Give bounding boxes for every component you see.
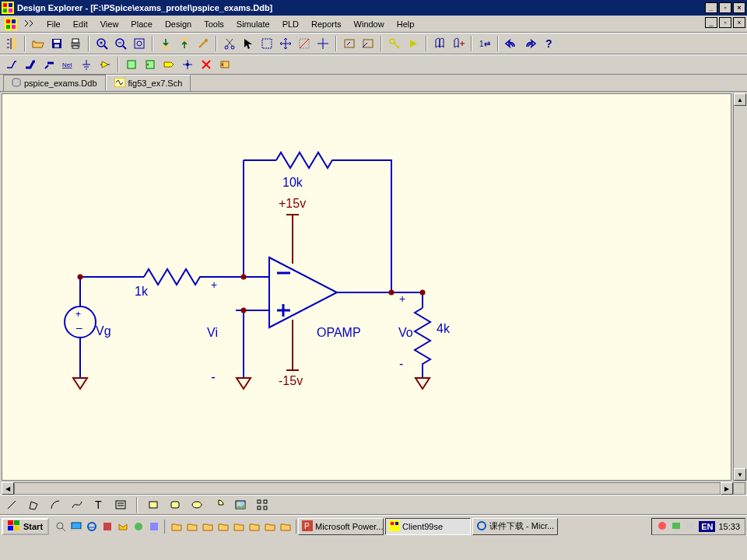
zoom-in-icon[interactable]	[93, 35, 110, 52]
zoom-out-icon[interactable]	[112, 35, 129, 52]
draw-image-icon[interactable]	[232, 496, 249, 513]
draw-ellipse-icon[interactable]	[188, 496, 205, 513]
menu-file[interactable]: File	[40, 18, 67, 30]
redo-icon[interactable]	[521, 35, 538, 52]
tree-icon[interactable]	[3, 35, 20, 52]
browse-lib-icon[interactable]	[431, 35, 448, 52]
select-arrow-icon[interactable]	[240, 35, 257, 52]
open-icon[interactable]	[30, 35, 47, 52]
mdi-maximize-button[interactable]: ▫	[719, 17, 731, 28]
place-sheet-entry-icon[interactable]	[142, 56, 159, 73]
start-button[interactable]: Start	[2, 518, 49, 535]
tray-lang[interactable]: EN	[699, 521, 715, 532]
scroll-right-button[interactable]: ▶	[721, 482, 733, 495]
menu-pld[interactable]: PLD	[276, 18, 305, 30]
ql-ie-icon[interactable]	[85, 520, 99, 534]
ql-app3-icon[interactable]	[147, 520, 161, 534]
ql-folder3-icon[interactable]	[201, 520, 215, 534]
key-icon[interactable]	[386, 35, 403, 52]
hierarchy-up-icon[interactable]	[176, 35, 193, 52]
move-icon[interactable]	[277, 35, 294, 52]
ql-folder4-icon[interactable]	[216, 520, 230, 534]
ql-folder2-icon[interactable]	[185, 520, 199, 534]
minimize-button[interactable]: _	[705, 2, 717, 13]
draw-arc-icon[interactable]	[47, 496, 64, 513]
select-inside-icon[interactable]	[341, 35, 358, 52]
ql-folder7-icon[interactable]	[263, 520, 277, 534]
scroll-up-button[interactable]: ▲	[734, 93, 746, 106]
menu-place[interactable]: Place	[124, 18, 159, 30]
place-bus-icon[interactable]	[22, 56, 39, 73]
close-button[interactable]: ×	[733, 2, 745, 13]
ql-desktop-icon[interactable]	[69, 520, 83, 534]
hierarchy-down-icon[interactable]	[157, 35, 174, 52]
crosshair-icon[interactable]	[314, 35, 331, 52]
menu-view[interactable]: View	[94, 18, 125, 30]
place-part-icon[interactable]	[96, 56, 114, 73]
vertical-scrollbar[interactable]: ▲ ▼	[733, 93, 745, 481]
maximize-button[interactable]: ▫	[719, 2, 731, 13]
mdi-minimize-button[interactable]: _	[705, 17, 717, 28]
scroll-left-button[interactable]: ◀	[2, 482, 14, 495]
ql-folder6-icon[interactable]	[247, 520, 261, 534]
menu-help[interactable]: Help	[391, 18, 421, 30]
place-gnd-icon[interactable]	[78, 56, 95, 73]
draw-array-icon[interactable]	[254, 496, 271, 513]
select-touching-icon[interactable]	[359, 35, 377, 52]
simulate-icon[interactable]	[405, 35, 422, 52]
ql-folder8-icon[interactable]	[279, 520, 293, 534]
marquee-icon[interactable]	[258, 35, 275, 52]
ql-folder1-icon[interactable]	[170, 520, 184, 534]
task-client99se[interactable]: Client99se	[385, 518, 471, 535]
deselect-icon[interactable]	[296, 35, 313, 52]
tray-icon-2[interactable]	[671, 520, 682, 533]
tray-icon-3[interactable]	[685, 520, 696, 533]
place-port-icon[interactable]	[160, 56, 177, 73]
ql-folder5-icon[interactable]	[232, 520, 246, 534]
draw-roundrect-icon[interactable]	[167, 496, 184, 513]
place-netlabel-icon[interactable]: Net	[59, 56, 76, 73]
draw-textframe-icon[interactable]	[112, 496, 129, 513]
place-bus-entry-icon[interactable]	[40, 56, 58, 73]
horizontal-scrollbar[interactable]	[14, 482, 721, 495]
ql-search-icon[interactable]	[54, 520, 68, 534]
menu-reports[interactable]: Reports	[305, 18, 348, 30]
ql-app2-icon[interactable]	[132, 520, 146, 534]
draw-text-icon[interactable]: T	[90, 496, 107, 513]
ql-app1-icon[interactable]	[100, 520, 114, 534]
menu-simulate[interactable]: Simulate	[230, 18, 276, 30]
help-icon[interactable]: ?	[540, 35, 557, 52]
tab-sch[interactable]: fig53_ex7.Sch	[106, 75, 191, 91]
menu-design[interactable]: Design	[159, 18, 198, 30]
ql-outlook-icon[interactable]	[116, 520, 130, 534]
undo-icon[interactable]	[503, 35, 520, 52]
menu-edit[interactable]: Edit	[67, 18, 94, 30]
zoom-fit-icon[interactable]	[131, 35, 148, 52]
tab-ddb[interactable]: pspice_exams.Ddb	[3, 75, 106, 91]
increment-icon[interactable]: 1⇄	[476, 35, 493, 52]
task-ie[interactable]: 课件下载 - Micr...	[472, 518, 558, 535]
save-icon[interactable]	[48, 35, 65, 52]
place-sheet-icon[interactable]	[123, 56, 140, 73]
menu-tools[interactable]: Tools	[198, 18, 230, 30]
menu-window[interactable]: Window	[348, 18, 391, 30]
scroll-down-button[interactable]: ▼	[734, 468, 746, 481]
cross-probe-icon[interactable]	[195, 35, 212, 52]
draw-line-icon[interactable]	[3, 496, 20, 513]
print-icon[interactable]	[67, 35, 84, 52]
ie-icon	[476, 520, 487, 533]
cut-icon[interactable]	[221, 35, 238, 52]
draw-rect-icon[interactable]	[145, 496, 162, 513]
place-stimulus-icon[interactable]	[216, 56, 233, 73]
draw-pie-icon[interactable]	[210, 496, 227, 513]
add-remove-lib-icon[interactable]	[450, 35, 467, 52]
place-noerc-icon[interactable]	[198, 56, 215, 73]
draw-bezier-icon[interactable]	[68, 496, 86, 513]
schematic-canvas[interactable]: + – + - + - 10k +15v -15v 1k Vg Vi Vo 4k…	[2, 93, 731, 481]
draw-polygon-icon[interactable]	[25, 496, 42, 513]
mdi-close-button[interactable]: ×	[733, 17, 745, 28]
place-junction-icon[interactable]	[179, 56, 196, 73]
task-powerpoint[interactable]: P Microsoft Power...	[298, 518, 384, 535]
tray-icon-1[interactable]	[657, 520, 668, 533]
place-wire-icon[interactable]	[3, 56, 20, 73]
